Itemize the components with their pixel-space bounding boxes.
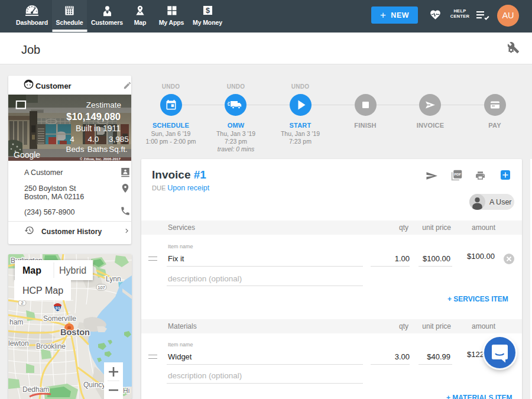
svg-text:$10,149,080: $10,149,080 <box>66 111 121 122</box>
svg-text:Boston: Boston <box>60 327 90 337</box>
svg-text:Brookline: Brookline <box>36 342 66 351</box>
svg-text:PDF: PDF <box>454 172 461 176</box>
svg-text:ham: ham <box>9 318 23 326</box>
svg-text:93: 93 <box>56 306 60 310</box>
svg-text:Quincy: Quincy <box>83 381 105 389</box>
svg-text:2: 2 <box>21 300 23 306</box>
svg-text:3,985: 3,985 <box>109 135 129 144</box>
svg-text:lewton: lewton <box>8 339 29 348</box>
svg-text:© Zillow, Inc. 2006-2017: © Zillow, Inc. 2006-2017 <box>80 157 121 161</box>
svg-text:Somerville: Somerville <box>43 314 76 323</box>
svg-text:Dedham: Dedham <box>22 385 49 394</box>
svg-text:Baths: Baths <box>87 145 108 154</box>
svg-text:107: 107 <box>98 285 105 290</box>
svg-text:Built in 1911: Built in 1911 <box>76 124 121 133</box>
svg-text:Google: Google <box>14 150 40 160</box>
svg-text:4.0: 4.0 <box>88 135 99 144</box>
svg-text:Lynn: Lynn <box>106 275 121 283</box>
svg-text:4: 4 <box>70 135 74 144</box>
svg-text:HCP Map: HCP Map <box>22 286 63 296</box>
svg-text:Map: Map <box>22 265 41 275</box>
svg-text:Beds: Beds <box>66 145 85 154</box>
svg-text:$: $ <box>205 7 209 15</box>
svg-text:Hi: Hi <box>123 387 129 395</box>
svg-text:Hybrid: Hybrid <box>59 265 86 275</box>
svg-text:Sq.ft.: Sq.ft. <box>109 145 128 154</box>
svg-text:Zestimate: Zestimate <box>86 100 121 109</box>
